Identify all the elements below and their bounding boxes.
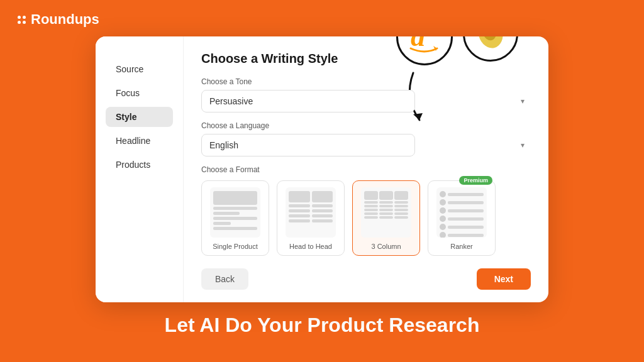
button-row: Back Next xyxy=(201,268,531,290)
back-button[interactable]: Back xyxy=(201,268,248,290)
single-product-label: Single Product xyxy=(213,243,258,250)
sidebar-item-style[interactable]: Style xyxy=(106,107,173,127)
logo-text: Roundups xyxy=(31,11,99,28)
ranker-label: Ranker xyxy=(450,243,472,250)
sidebar-item-products[interactable]: Products xyxy=(106,155,173,175)
logo: Roundups xyxy=(18,11,99,28)
format-single-product[interactable]: Single Product xyxy=(201,180,269,256)
format-3-column[interactable]: 3 Column xyxy=(352,180,420,256)
tone-select[interactable]: Persuasive Informative Casual xyxy=(201,90,415,112)
sidebar-item-source[interactable]: Source xyxy=(106,59,173,79)
sidebar-item-focus[interactable]: Focus xyxy=(106,83,173,103)
language-chevron-icon: ▾ xyxy=(521,141,525,150)
format-ranker[interactable]: Premium Ranker xyxy=(428,180,496,256)
sidebar: Source Focus Style Headline Products xyxy=(96,36,184,302)
top-bar: Roundups xyxy=(0,0,644,28)
main-card: a Source Focus Style Headline Products C… xyxy=(96,36,548,302)
format-label: Choose a Format xyxy=(201,165,531,174)
next-button[interactable]: Next xyxy=(477,268,531,290)
language-label: Choose a Language xyxy=(201,121,531,130)
sidebar-item-headline[interactable]: Headline xyxy=(106,131,173,151)
single-product-preview xyxy=(210,187,260,238)
premium-badge: Premium xyxy=(459,176,492,185)
page-title: Choose a Writing Style xyxy=(201,52,531,66)
format-grid: Single Product xyxy=(201,180,531,256)
tone-label: Choose a Tone xyxy=(201,77,531,86)
ranker-preview xyxy=(436,187,487,238)
head-to-head-preview xyxy=(286,187,336,238)
tagline: Let AI Do Your Product Research xyxy=(165,314,480,337)
language-select[interactable]: English Spanish French xyxy=(201,134,415,156)
tone-select-wrapper: Persuasive Informative Casual ▾ xyxy=(201,90,531,112)
language-select-wrapper: English Spanish French ▾ xyxy=(201,134,531,156)
3-column-label: 3 Column xyxy=(371,243,401,250)
format-head-to-head[interactable]: Head to Head xyxy=(277,180,345,256)
logo-icon xyxy=(18,16,26,24)
head-to-head-label: Head to Head xyxy=(289,243,332,250)
main-panel: Choose a Writing Style Choose a Tone Per… xyxy=(184,36,548,302)
tone-chevron-icon: ▾ xyxy=(521,97,525,106)
3-column-preview xyxy=(361,187,411,238)
